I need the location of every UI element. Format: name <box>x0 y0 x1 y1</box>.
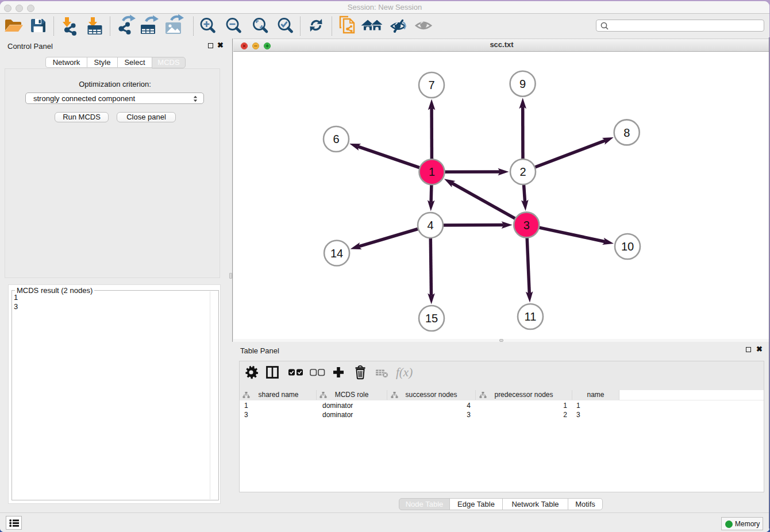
svg-text:11: 11 <box>525 310 537 323</box>
svg-text:9: 9 <box>519 78 526 90</box>
svg-text:14: 14 <box>330 247 343 260</box>
svg-text:6: 6 <box>333 133 339 145</box>
svg-text:2: 2 <box>519 165 526 178</box>
svg-text:1: 1 <box>429 165 435 178</box>
svg-text:f(x): f(x) <box>396 365 413 379</box>
svg-text:10: 10 <box>621 240 634 253</box>
svg-text:15: 15 <box>425 312 438 325</box>
svg-text:8: 8 <box>623 126 630 139</box>
svg-text:7: 7 <box>428 79 434 91</box>
svg-text:3: 3 <box>523 219 530 232</box>
svg-text:4: 4 <box>427 219 433 232</box>
